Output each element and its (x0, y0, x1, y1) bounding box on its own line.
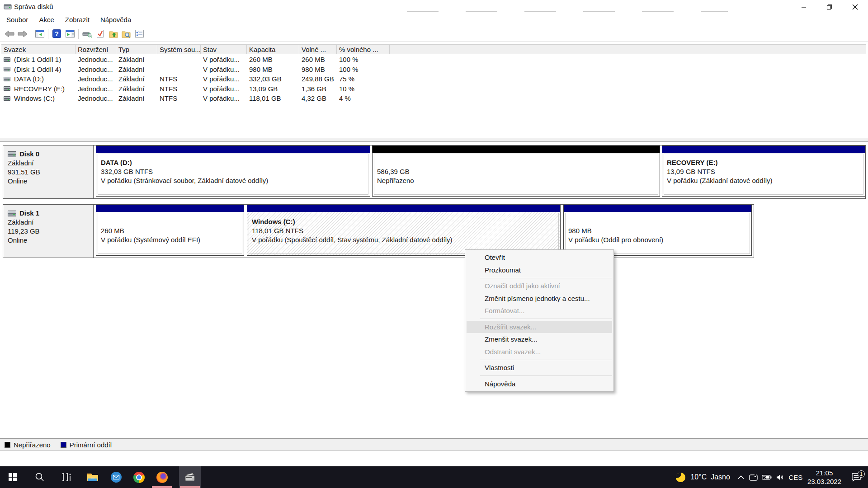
disk0-strip: Disk 0 Základní 931,51 GB Online DATA (D… (3, 145, 866, 199)
window-edge-artifact (407, 11, 728, 12)
ctx-formatovat: Formátovat... (467, 305, 612, 317)
partition-windows-c[interactable]: Windows (C:) 118,01 GB NTFS V pořádku (S… (247, 205, 561, 256)
volume-icon (4, 57, 10, 62)
system-tray: 10°CJasno CES 21:05 23.03.2022 1 (674, 466, 868, 488)
volume-icon (4, 77, 10, 81)
ctx-otevrit[interactable]: Otevřít (467, 251, 612, 264)
volume-row[interactable]: Windows (C:) Jednoduc...ZákladníNTFSV po… (1, 94, 866, 103)
col-stav[interactable]: Stav (201, 45, 247, 54)
back-icon[interactable] (3, 28, 16, 40)
col-procento-volneho[interactable]: % volného ... (337, 45, 390, 54)
file-explorer-button[interactable] (82, 466, 104, 488)
tray-time: 21:05 (807, 469, 841, 477)
firefox-button[interactable] (151, 466, 173, 488)
ctx-zmensit-svazek[interactable]: Zmenšit svazek... (467, 333, 612, 346)
disk-management-icon (184, 472, 196, 483)
col-rozvrzeni[interactable]: Rozvržení (75, 45, 116, 54)
restore-button[interactable] (816, 0, 842, 14)
show-console-tree-icon[interactable] (33, 28, 46, 40)
partition-color-bar (96, 146, 370, 153)
app-icon (4, 3, 12, 10)
taskbar-search-button[interactable] (29, 466, 51, 488)
notification-badge: 1 (858, 470, 865, 478)
volume-row[interactable]: RECOVERY (E:) Jednoduc...ZákladníNTFSV p… (1, 84, 866, 94)
folder-search-icon[interactable] (120, 28, 133, 40)
show-action-pane-icon[interactable] (63, 28, 76, 40)
volume-row[interactable]: DATA (D:) Jednoduc...ZákladníNTFSV pořád… (1, 74, 866, 84)
windows-logo-icon (9, 473, 17, 481)
col-kapacita[interactable]: Kapacita (247, 45, 299, 54)
legend-bar: Nepřiřazeno Primární oddíl (0, 438, 868, 451)
ctx-separator (480, 360, 612, 360)
partition-unallocated[interactable]: 586,39 GB Nepřiřazeno (372, 145, 660, 197)
partition-recovery-980[interactable]: 980 MB V pořádku (Oddíl pro obnovení) (563, 205, 752, 256)
pane-splitter[interactable] (0, 138, 868, 142)
folder-up-icon[interactable] (107, 28, 120, 40)
close-button[interactable] (842, 0, 868, 14)
partition-efi[interactable]: 260 MB V pořádku (Systémový oddíl EFI) (96, 205, 244, 256)
col-svazek[interactable]: Svazek (1, 45, 75, 54)
ctx-napoveda[interactable]: Nápověda (467, 378, 612, 390)
volume-icon (4, 96, 10, 101)
battery-icon[interactable] (760, 474, 774, 480)
partition-color-bar (564, 205, 751, 212)
volume-table-header: Svazek Rozvržení Typ Systém sou... Stav … (1, 44, 866, 54)
partition-color-bar (247, 205, 560, 212)
clock[interactable]: 21:05 23.03.2022 (804, 469, 844, 486)
menu-zobrazit[interactable]: Zobrazit (60, 14, 95, 26)
col-system-souboru[interactable]: Systém sou... (157, 45, 201, 54)
rescan-disks-icon[interactable] (80, 28, 94, 40)
start-button[interactable] (2, 466, 24, 488)
help-icon[interactable]: ? (50, 28, 63, 40)
menu-napoveda[interactable]: Nápověda (95, 14, 137, 26)
chrome-icon (133, 472, 145, 483)
ctx-zmenit-pismeno[interactable]: Změnit písmeno jednotky a cestu... (467, 292, 612, 305)
partition-color-bar (96, 205, 244, 212)
ctx-vlastnosti[interactable]: Vlastnosti (467, 361, 612, 374)
volume-icon (4, 67, 10, 71)
ctx-prozkoumat[interactable]: Prozkoumat (467, 264, 612, 277)
firefox-icon (156, 472, 168, 483)
volume-icon (4, 86, 10, 91)
check-volume-icon[interactable] (94, 28, 107, 40)
console-pane: Svazek Rozvržení Typ Systém sou... Stav … (0, 42, 868, 459)
chrome-button[interactable] (128, 466, 150, 488)
disk0-label[interactable]: Disk 0 Základní 931,51 GB Online (3, 145, 94, 198)
volume-row[interactable]: (Disk 1 Oddíl 4) Jednoduc...ZákladníV po… (1, 65, 866, 75)
volume-icon[interactable] (774, 474, 787, 481)
notification-center-button[interactable]: 1 (844, 473, 868, 482)
col-typ[interactable]: Typ (116, 45, 157, 54)
ctx-oznacit-aktivni: Označit oddíl jako aktivní (467, 280, 612, 292)
disk1-label[interactable]: Disk 1 Základní 119,23 GB Online (3, 205, 94, 258)
tray-date: 23.03.2022 (807, 477, 841, 486)
legend-primary-label: Primární oddíl (70, 441, 112, 449)
disk-management-button[interactable] (179, 466, 201, 488)
disk-icon (8, 211, 16, 216)
menu-soubor[interactable]: Soubor (1, 14, 33, 26)
partition-data-d[interactable]: DATA (D:) 332,03 GB NTFS V pořádku (Strá… (96, 145, 370, 197)
task-view-button[interactable] (56, 466, 78, 488)
col-volne[interactable]: Volné ... (299, 45, 337, 54)
task-view-icon (62, 473, 72, 482)
minimize-button[interactable] (791, 0, 816, 14)
legend-primary-swatch (61, 442, 66, 448)
active-app-indicator (180, 486, 200, 488)
partition-color-bar (373, 146, 660, 153)
firefox-running-indicator (152, 486, 172, 488)
volume-row[interactable]: (Disk 1 Oddíl 1) Jednoduc...ZákladníV po… (1, 55, 866, 65)
weather-text[interactable]: 10°CJasno (690, 473, 730, 481)
disk1-strip: Disk 1 Základní 119,23 GB Online 260 MB … (3, 204, 754, 258)
language-indicator[interactable]: CES (787, 474, 804, 481)
mail-button[interactable] (105, 466, 127, 488)
ctx-separator (480, 278, 612, 278)
ctx-rozsirit-svazek: Rozšířit svazek... (467, 321, 612, 333)
menu-akce[interactable]: Akce (33, 14, 59, 26)
meet-now-icon[interactable] (747, 474, 760, 481)
toolbar-separator (48, 29, 48, 39)
tray-chevron-icon[interactable] (735, 475, 747, 479)
task-list-icon[interactable] (133, 28, 146, 40)
weather-icon[interactable] (674, 473, 687, 482)
forward-icon[interactable] (16, 28, 29, 40)
volume-table-body: (Disk 1 Oddíl 1) Jednoduc...ZákladníV po… (1, 55, 866, 103)
partition-recovery-e[interactable]: RECOVERY (E:) 13,09 GB NTFS V pořádku (Z… (662, 145, 865, 197)
